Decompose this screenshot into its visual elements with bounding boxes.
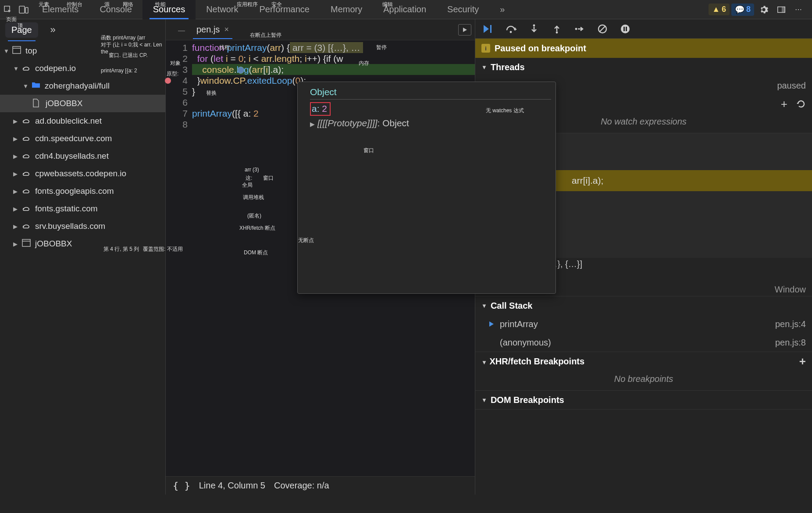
tree-item-codepen-io[interactable]: ▼codepen.io (0, 60, 165, 77)
tree-item-zoherghadyali-full[interactable]: ▼zoherghadyali/full (0, 77, 165, 95)
kebab-menu-icon[interactable]: ⋯ (791, 2, 807, 18)
pretty-print-icon[interactable]: { } (173, 480, 190, 491)
frame-name: (anonymous) (500, 338, 551, 348)
line-number[interactable]: 7 (166, 108, 188, 119)
editor-status-bar: { } Line 4, Column 5 Coverage: n/a (166, 476, 475, 495)
info-icon: i (481, 44, 490, 53)
add-icon[interactable]: + (799, 355, 806, 368)
section-header-dom[interactable]: ▼DOM Breakpoints (475, 391, 812, 409)
tab-label: Page (11, 25, 32, 35)
panel-tabs-overflow-icon[interactable]: » (489, 0, 515, 19)
panel-tab-console[interactable]: Console (89, 0, 142, 19)
svg-rect-7 (22, 239, 30, 246)
domain-icon (22, 116, 32, 126)
line-number[interactable]: 4 (166, 75, 188, 86)
svg-point-15 (621, 25, 630, 33)
file-navigator: 顶 函数 printArray {arr 对于 (让 i = 0;我 < arr… (0, 19, 166, 495)
tree-item-cpwebassets-codepen-io[interactable]: ▶cpwebassets.codepen.io (0, 165, 165, 182)
close-tab-icon[interactable]: × (224, 25, 229, 34)
tree-item-ad-doubleclick-net[interactable]: ▶ad.doubleclick.net (0, 112, 165, 130)
stack-frame-anonymous[interactable]: (anonymous)pen.js:8 (475, 333, 812, 352)
resume-icon[interactable] (482, 23, 495, 35)
file-tab-pen-js[interactable]: pen.js × (191, 25, 234, 35)
pause-on-exceptions-icon[interactable] (619, 23, 631, 35)
line-number[interactable]: 3 (166, 64, 188, 75)
step-into-icon[interactable] (528, 23, 540, 35)
deactivate-breakpoints-icon[interactable] (596, 23, 609, 35)
chevron-icon: ▶ (13, 171, 18, 177)
step-icon[interactable] (573, 23, 586, 35)
chevron-icon: ▶ (13, 223, 18, 230)
settings-gear-icon[interactable] (756, 2, 772, 18)
domain-icon (22, 204, 32, 214)
step-over-icon[interactable] (505, 23, 517, 35)
proto-label: [[Prototype]] (323, 118, 372, 128)
refresh-icon[interactable] (796, 99, 806, 109)
section-header-call-stack[interactable]: ▼Call Stack (475, 296, 812, 315)
tree-item-fonts-gstatic-com[interactable]: ▶fonts.gstatic.com (0, 200, 165, 217)
line-number[interactable]: 1 (166, 42, 188, 53)
stack-frame-printArray[interactable]: printArraypen.js:4 (475, 315, 812, 333)
tooltip-divider (310, 99, 551, 100)
svg-rect-17 (626, 27, 627, 31)
section-xhr-breakpoints: ▼ XHR/fetch Breakpoints + No breakpoints (475, 352, 812, 391)
inspect-element-icon[interactable] (0, 2, 16, 18)
code-line[interactable]: function printArray(arr) {arr = (3) [{…}… (192, 42, 475, 53)
paused-message: Paused on breakpoint (495, 43, 586, 53)
tree-item-jobobbx[interactable]: jOBOBBX (0, 95, 165, 112)
tree-item-jobobbx[interactable]: ▶jOBOBBX (0, 235, 165, 253)
tree-item-label: cpwebassets.codepen.io (35, 169, 126, 178)
collapse-icon[interactable]: — (174, 23, 189, 39)
line-number[interactable]: 5 (166, 86, 188, 97)
frame-location: pen.js:8 (775, 338, 806, 348)
panel-tab-security[interactable]: Security (437, 0, 489, 19)
section-header-xhr[interactable]: ▼ XHR/fetch Breakpoints + (475, 352, 812, 370)
line-number[interactable]: 6 (166, 97, 188, 108)
step-out-icon[interactable] (551, 23, 563, 35)
tree-item-cdn-speedcurve-com[interactable]: ▶cdn.speedcurve.com (0, 130, 165, 147)
domain-icon (22, 134, 32, 143)
line-number[interactable]: 8 (166, 119, 188, 130)
triangle-icon: ▶ (310, 121, 315, 128)
warning-badge[interactable]: ▲6 (709, 4, 730, 15)
line-number[interactable]: 2 (166, 53, 188, 64)
run-snippet-icon[interactable] (458, 24, 471, 36)
tooltip-prototype[interactable]: ▶[[[[Prototype]]]]: Object (310, 118, 551, 130)
navigator-tab-page[interactable]: Page (5, 22, 38, 38)
tooltip-property[interactable]: a: 2 (310, 102, 331, 116)
panel-tab-elements[interactable]: Elements (32, 0, 89, 19)
paused-info-bar: i Paused on breakpoint (475, 39, 812, 58)
window-icon (22, 239, 32, 249)
svg-rect-2 (25, 7, 28, 13)
file-tree: ▼top▼codepen.io▼zoherghadyali/fulljOBOBB… (0, 40, 165, 254)
chevron-more-icon[interactable]: » (45, 22, 61, 38)
section-header-threads[interactable]: ▼Threads (475, 58, 812, 76)
panel-tab-network[interactable]: Network (196, 0, 249, 19)
panel-tab-memory[interactable]: Memory (320, 0, 373, 19)
anno: 在断点上暂停 (250, 32, 281, 39)
object-tooltip: Object a: 2 ▶[[[[Prototype]]]]: Object 窗… (297, 82, 556, 294)
svg-point-10 (510, 31, 512, 33)
device-mode-icon[interactable] (16, 2, 32, 18)
code-editor[interactable]: 12345678 内存 无 watches 达式 function printA… (166, 40, 475, 476)
code-line[interactable]: for (let i = 0; i < arr.length; i++) {if… (192, 53, 475, 64)
panel-tab-application[interactable]: Application (373, 0, 437, 19)
svg-point-13 (575, 28, 577, 30)
call-stack-title: Call Stack (491, 301, 533, 311)
tree-item-cdn4-buysellads-net[interactable]: ▶cdn4.buysellads.net (0, 147, 165, 165)
line-gutter[interactable]: 12345678 (166, 40, 192, 476)
svg-point-11 (533, 24, 535, 26)
tree-item-fonts-googleapis-com[interactable]: ▶fonts.googleapis.com (0, 182, 165, 200)
error-count: 8 (746, 5, 751, 14)
error-badge[interactable]: 💬8 (731, 4, 754, 16)
code-lines: 内存 无 watches 达式 function printArray(arr)… (192, 40, 475, 476)
tree-item-top[interactable]: ▼top (0, 42, 165, 60)
dock-side-icon[interactable] (773, 2, 789, 18)
panel-tab-performance[interactable]: Performance (249, 0, 321, 19)
svg-rect-4 (782, 7, 785, 12)
panel-tab-sources[interactable]: Sources (142, 0, 196, 19)
add-icon[interactable]: + (781, 97, 787, 111)
code-line[interactable]: console.log(arr[i].a); (192, 64, 475, 75)
tree-item-srv-buysellads-com[interactable]: ▶srv.buysellads.com (0, 217, 165, 235)
tree-item-label: jOBOBBX (35, 239, 72, 249)
